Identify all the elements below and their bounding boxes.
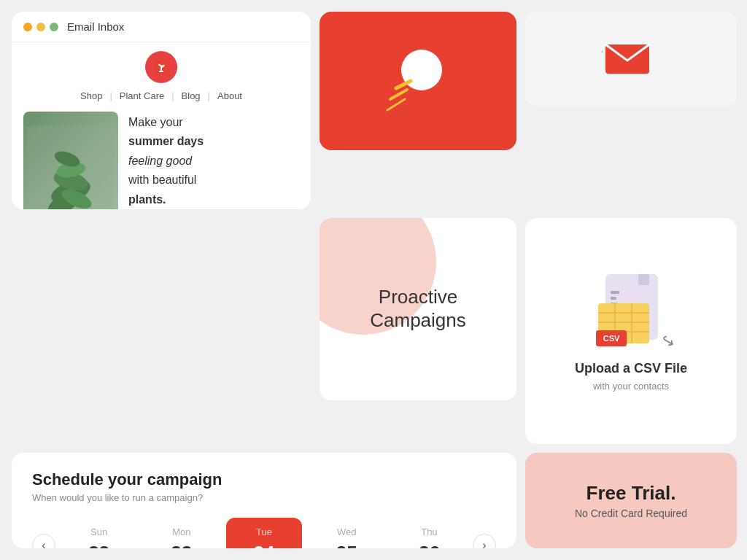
inbox-content: Make your summer days feeling good with … bbox=[23, 112, 299, 209]
inbox-body: Shop | Plant Care | Blog | About bbox=[12, 42, 311, 209]
csv-upload-card: CSV ↩ Upload a CSV File with your contac… bbox=[525, 218, 737, 444]
csv-subtitle: with your contacts bbox=[593, 381, 669, 392]
email-envelope-icon bbox=[602, 37, 660, 81]
day-num-23: 23 bbox=[171, 542, 192, 549]
day-name-mon: Mon bbox=[172, 526, 190, 537]
svg-line-15 bbox=[387, 99, 405, 110]
day-sun-22[interactable]: Sun 22 bbox=[61, 518, 136, 549]
day-name-tue: Tue bbox=[256, 526, 272, 537]
next-day-button[interactable]: › bbox=[473, 534, 496, 549]
schedule-campaign-card: Schedule your campaign When would you li… bbox=[12, 453, 516, 549]
day-tue-24[interactable]: Tue 24 bbox=[226, 518, 301, 549]
dot-green[interactable] bbox=[50, 23, 58, 31]
free-trial-card: Free Trial. No Credit Card Required bbox=[525, 453, 737, 549]
email-inbox-card: Email Inbox Shop | Plant Care | Blog | A bbox=[12, 12, 311, 209]
headline1: Make your bbox=[128, 114, 299, 131]
free-trial-subtitle: No Credit Card Required bbox=[575, 508, 687, 519]
calendar-days: Sun 22 Mon 23 Tue 24 Wed 25 Thu 26 bbox=[61, 518, 467, 549]
svg-rect-20 bbox=[638, 274, 649, 285]
window-controls bbox=[23, 23, 58, 31]
headline3: feeling good bbox=[128, 153, 299, 169]
svg-line-14 bbox=[390, 90, 407, 99]
day-thu-26[interactable]: Thu 26 bbox=[392, 518, 467, 549]
dot-yellow[interactable] bbox=[36, 23, 45, 31]
inbox-title: Email Inbox bbox=[67, 20, 124, 33]
proactive-top-card bbox=[320, 12, 516, 150]
email-text-block: Make your summer days feeling good with … bbox=[128, 112, 299, 209]
day-mon-23[interactable]: Mon 23 bbox=[144, 518, 219, 549]
plant-image bbox=[23, 112, 118, 209]
proactive-campaigns-card: Proactive Campaigns bbox=[320, 218, 516, 400]
day-wed-25[interactable]: Wed 25 bbox=[309, 518, 384, 549]
day-name-wed: Wed bbox=[337, 526, 357, 537]
nav-blog[interactable]: Blog bbox=[182, 90, 201, 101]
headline4: with beautiful bbox=[128, 172, 299, 188]
svg-rect-21 bbox=[611, 291, 619, 294]
plant-logo-icon bbox=[152, 58, 170, 76]
sun-illustration bbox=[374, 37, 462, 125]
proactive-campaigns-text: Proactive Campaigns bbox=[370, 286, 466, 331]
schedule-title: Schedule your campaign bbox=[32, 470, 496, 489]
day-num-24: 24 bbox=[254, 542, 275, 549]
headline5: plants. bbox=[128, 192, 299, 208]
svg-text:CSV: CSV bbox=[603, 334, 620, 343]
dot-red[interactable] bbox=[23, 23, 32, 31]
email-icon-card bbox=[525, 12, 737, 106]
day-num-25: 25 bbox=[336, 542, 357, 549]
day-name-sun: Sun bbox=[90, 526, 107, 537]
day-num-22: 22 bbox=[88, 542, 109, 549]
day-num-26: 26 bbox=[419, 542, 440, 549]
logo-circle bbox=[145, 51, 177, 83]
calendar-row: ‹ Sun 22 Mon 23 Tue 24 Wed 25 bbox=[32, 518, 496, 549]
nav-about[interactable]: About bbox=[217, 90, 242, 101]
free-trial-title: Free Trial. bbox=[587, 482, 676, 505]
headline2: summer days bbox=[128, 133, 299, 149]
nav-plant-care[interactable]: Plant Care bbox=[120, 90, 164, 101]
nav-links: Shop | Plant Care | Blog | About bbox=[80, 90, 242, 101]
day-name-thu: Thu bbox=[421, 526, 437, 537]
svg-rect-11 bbox=[27, 126, 115, 209]
plant-illustration bbox=[27, 126, 115, 209]
prev-day-button[interactable]: ‹ bbox=[32, 534, 55, 549]
svg-rect-22 bbox=[611, 297, 616, 300]
nav-shop[interactable]: Shop bbox=[80, 90, 102, 101]
schedule-subtitle: When would you like to run a campaign? bbox=[32, 492, 496, 503]
titlebar: Email Inbox bbox=[12, 12, 311, 42]
csv-title: Upload a CSV File bbox=[575, 361, 687, 376]
csv-illustration: CSV ↩ bbox=[587, 271, 675, 351]
